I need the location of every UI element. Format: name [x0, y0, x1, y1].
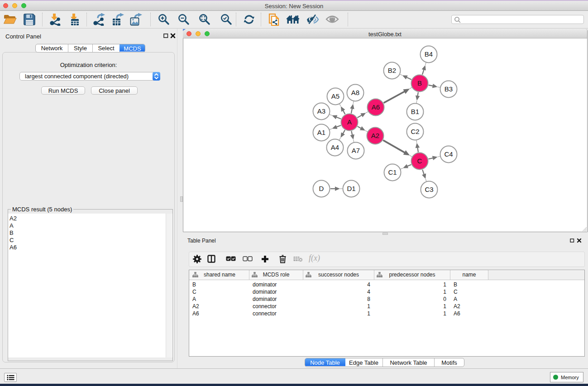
svg-text:A: A — [347, 118, 352, 126]
svg-text:B: B — [417, 79, 422, 87]
svg-text:A1: A1 — [317, 129, 325, 136]
svg-text:C2: C2 — [411, 128, 419, 135]
svg-text:B1: B1 — [411, 108, 419, 115]
svg-text:C3: C3 — [425, 186, 433, 193]
svg-text:A8: A8 — [351, 89, 359, 96]
svg-text:A5: A5 — [331, 92, 339, 100]
svg-text:D1: D1 — [347, 185, 355, 192]
svg-text:D: D — [319, 185, 324, 192]
svg-text:A4: A4 — [331, 143, 339, 151]
svg-text:B2: B2 — [388, 67, 396, 74]
svg-text:A6: A6 — [372, 103, 380, 111]
svg-text:C: C — [417, 157, 422, 165]
svg-text:C1: C1 — [388, 168, 397, 176]
svg-text:A7: A7 — [352, 147, 360, 154]
svg-text:B4: B4 — [425, 50, 433, 58]
svg-text:A3: A3 — [317, 107, 325, 115]
svg-text:B3: B3 — [445, 85, 453, 93]
svg-text:C4: C4 — [444, 150, 453, 158]
svg-text:A2: A2 — [371, 132, 379, 139]
